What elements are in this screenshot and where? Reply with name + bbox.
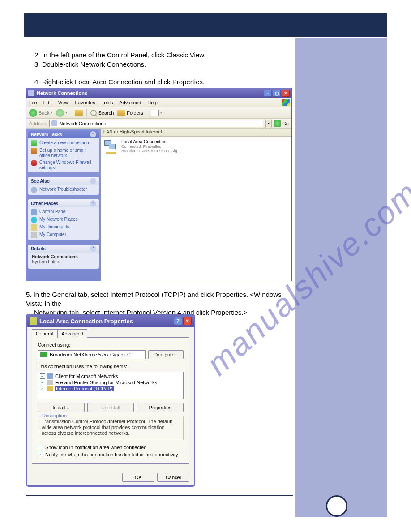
place-icon bbox=[31, 209, 37, 215]
panel-title: Details bbox=[31, 246, 46, 251]
chevron-icon: ⌃ bbox=[90, 131, 96, 137]
step-4: 4. Right-click Local Area Connection and… bbox=[34, 78, 205, 86]
search-label: Search bbox=[98, 110, 114, 116]
close-button[interactable]: ✕ bbox=[183, 317, 192, 325]
window-title-bar[interactable]: Network Connections ‒ ▢ ✕ bbox=[26, 88, 291, 98]
folders-button[interactable]: Folders bbox=[117, 110, 143, 116]
cancel-button[interactable]: Cancel bbox=[157, 473, 189, 482]
chevron-icon: ⌃ bbox=[90, 200, 96, 206]
search-button[interactable]: Search bbox=[90, 110, 114, 116]
task-icon bbox=[31, 148, 37, 154]
forward-icon bbox=[56, 109, 64, 117]
menu-advanced[interactable]: Advanced bbox=[119, 100, 141, 105]
item-label: Control Panel bbox=[39, 209, 67, 215]
menu-view[interactable]: View bbox=[58, 100, 69, 105]
help-button[interactable]: ? bbox=[174, 317, 182, 325]
sidebar-item[interactable]: Change Windows Firewall settings bbox=[31, 160, 96, 171]
menu-file[interactable]: File bbox=[29, 100, 37, 105]
menu-tools[interactable]: Tools bbox=[102, 100, 113, 105]
menu-help[interactable]: Help bbox=[147, 100, 158, 105]
toolbar: Back ▾ ▾ Search Folders ▾ bbox=[26, 107, 291, 119]
back-icon bbox=[29, 109, 37, 117]
item-label: Set up a home or small office network bbox=[39, 148, 96, 159]
address-field[interactable]: Network Connections bbox=[49, 120, 263, 127]
lac-properties-dialog: Local Area Connection Properties ? ✕ Gen… bbox=[26, 314, 195, 487]
item-file-print[interactable]: ✓ File and Printer Sharing for Microsoft… bbox=[39, 379, 182, 386]
other-places-header[interactable]: Other Places ⌃ bbox=[28, 199, 99, 207]
description-legend: Description bbox=[41, 413, 68, 418]
adapter-field: Broadcom NetXtreme 57xx Gigabit C bbox=[38, 350, 146, 359]
item-client[interactable]: ✓ Client for Microsoft Networks bbox=[39, 373, 182, 379]
checkbox[interactable]: ✓ bbox=[40, 380, 45, 385]
go-button[interactable]: Go bbox=[274, 120, 289, 127]
minimize-button[interactable]: ‒ bbox=[264, 90, 272, 97]
folder-up-icon bbox=[75, 110, 83, 116]
sidebar-item[interactable]: My Documents bbox=[31, 224, 96, 231]
connection-item[interactable]: Local Area Connection Connected, Firewal… bbox=[101, 137, 291, 158]
checkbox[interactable]: ✓ bbox=[40, 386, 45, 391]
item-tcpip[interactable]: ✓ Internet Protocol (TCP/IP) bbox=[39, 386, 182, 392]
page-number-circle bbox=[326, 495, 347, 517]
nic-icon bbox=[40, 352, 47, 357]
sidebar-item[interactable]: Set up a home or small office network bbox=[31, 148, 96, 159]
address-dropdown[interactable]: ▾ bbox=[265, 120, 272, 127]
sidebar-item[interactable]: My Network Places bbox=[31, 217, 96, 223]
window-title: Network Connections bbox=[37, 90, 87, 96]
side-strip bbox=[295, 38, 387, 517]
details-header[interactable]: Details ⌃ bbox=[28, 245, 99, 253]
place-icon bbox=[31, 217, 37, 223]
sidebar-item[interactable]: Create a new connection bbox=[31, 140, 96, 146]
other-places-panel: Other Places ⌃ Control Panel My Network … bbox=[28, 199, 99, 240]
details-name: Network Connections bbox=[32, 254, 95, 259]
menu-bar: File Edit View Favorites Tools Advanced … bbox=[26, 98, 291, 107]
uninstall-button: Uninstall bbox=[87, 403, 134, 412]
item-label: Create a new connection bbox=[39, 140, 89, 146]
description-group: Description Transmission Control Protoco… bbox=[38, 416, 184, 440]
details-panel: Details ⌃ Network Connections System Fol… bbox=[28, 245, 99, 269]
dialog-icon bbox=[30, 317, 37, 325]
address-bar: Address Network Connections ▾ Go bbox=[26, 119, 291, 129]
tab-general[interactable]: General bbox=[32, 329, 57, 338]
menu-edit[interactable]: Edit bbox=[43, 100, 52, 105]
description-text: Transmission Control Protocol/Internet P… bbox=[42, 419, 180, 436]
network-tasks-panel: Network Tasks ⌃ Create a new connection … bbox=[28, 130, 99, 172]
connection-name: Local Area Connection bbox=[121, 139, 181, 144]
views-button[interactable]: ▾ bbox=[151, 110, 162, 116]
tab-advanced[interactable]: Advanced bbox=[57, 329, 87, 338]
chevron-icon: ⌃ bbox=[90, 178, 96, 184]
checkbox[interactable]: ✓ bbox=[40, 373, 45, 379]
go-label: Go bbox=[282, 121, 289, 126]
dialog-title-bar[interactable]: Local Area Connection Properties ? ✕ bbox=[27, 315, 194, 327]
show-icon-row[interactable]: ✓ Show icon in notification area when co… bbox=[38, 445, 184, 450]
task-icon bbox=[31, 140, 37, 146]
place-icon bbox=[31, 224, 37, 231]
items-listbox[interactable]: ✓ Client for Microsoft Networks ✓ File a… bbox=[38, 372, 184, 399]
back-button[interactable]: Back ▾ bbox=[29, 109, 52, 117]
up-button[interactable] bbox=[75, 110, 83, 116]
properties-button[interactable]: Properties bbox=[137, 403, 184, 412]
see-also-panel: See Also ⌃ Network Troubleshooter bbox=[28, 177, 99, 195]
item-icon bbox=[47, 373, 53, 379]
item-label: Internet Protocol (TCP/IP) bbox=[55, 386, 114, 391]
install-button[interactable]: Install... bbox=[38, 403, 85, 412]
sidebar-item[interactable]: My Computer bbox=[31, 232, 96, 238]
step-2: 2. In the left pane of the Control Panel… bbox=[34, 51, 206, 59]
close-button[interactable]: ✕ bbox=[282, 90, 290, 97]
search-icon bbox=[90, 110, 97, 116]
configure-button[interactable]: Configure... bbox=[148, 350, 184, 359]
checkbox[interactable]: ✓ bbox=[38, 452, 43, 457]
maximize-button[interactable]: ▢ bbox=[273, 90, 281, 97]
menu-favorites[interactable]: Favorites bbox=[75, 100, 95, 105]
notify-label: Notify me when this connection has limit… bbox=[45, 452, 178, 457]
see-also-header[interactable]: See Also ⌃ bbox=[28, 177, 99, 185]
item-label: My Documents bbox=[39, 224, 69, 230]
notify-row[interactable]: ✓ Notify me when this connection has lim… bbox=[38, 452, 184, 457]
network-tasks-header[interactable]: Network Tasks ⌃ bbox=[28, 130, 99, 138]
ok-button[interactable]: OK bbox=[122, 473, 154, 482]
sidebar-item[interactable]: Control Panel bbox=[31, 209, 96, 215]
tab-bar: General Advanced bbox=[32, 329, 189, 338]
go-icon bbox=[274, 120, 281, 127]
checkbox[interactable]: ✓ bbox=[38, 445, 43, 450]
forward-button[interactable]: ▾ bbox=[56, 109, 67, 117]
sidebar-item[interactable]: Network Troubleshooter bbox=[31, 187, 96, 193]
